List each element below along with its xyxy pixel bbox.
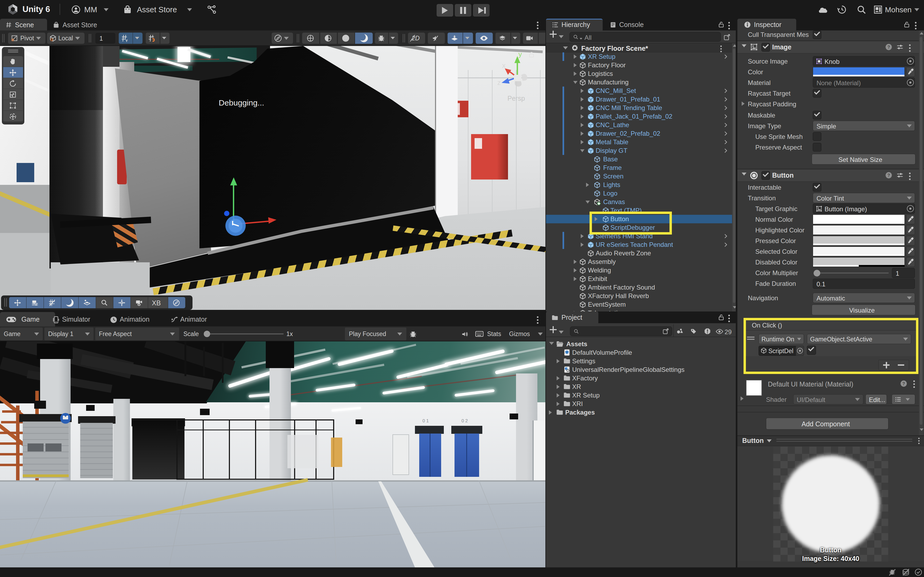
svg-text:z: z — [497, 79, 501, 87]
svg-text:?: ? — [887, 45, 890, 50]
svg-text:Y: Y — [125, 39, 128, 42]
svg-text:?: ? — [887, 173, 890, 177]
svg-text:y: y — [519, 51, 522, 58]
svg-text:?: ? — [902, 381, 905, 386]
svg-text:x: x — [502, 61, 506, 69]
